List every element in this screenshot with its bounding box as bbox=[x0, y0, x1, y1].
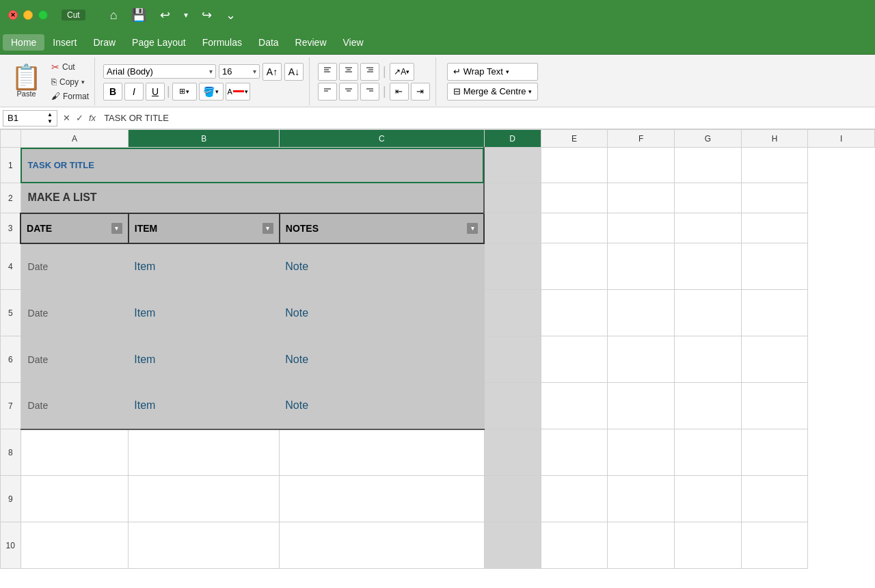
cell-G9[interactable] bbox=[608, 476, 675, 522]
customize-icon[interactable]: ⌄ bbox=[226, 8, 236, 23]
cell-H10[interactable] bbox=[674, 522, 741, 569]
italic-button[interactable]: I bbox=[124, 83, 144, 101]
font-size-select[interactable]: 16 ▾ bbox=[219, 64, 260, 79]
row-header-2[interactable]: 2 bbox=[1, 183, 21, 213]
cell-F5[interactable] bbox=[541, 290, 608, 336]
col-header-I[interactable]: I bbox=[808, 130, 875, 148]
cell-B4[interactable]: Date bbox=[21, 243, 129, 290]
merge-centre-button[interactable]: ⊟ Merge & Centre ▾ bbox=[447, 83, 539, 101]
cell-I1[interactable] bbox=[741, 148, 808, 183]
cell-E3[interactable] bbox=[484, 213, 541, 243]
cell-G3[interactable] bbox=[608, 213, 675, 243]
cancel-formula-button[interactable]: ✕ bbox=[63, 113, 70, 123]
item-dropdown-button[interactable]: ▾ bbox=[262, 223, 273, 234]
undo-icon[interactable]: ↩ bbox=[160, 8, 170, 23]
paste-button[interactable]: 📋 Paste bbox=[5, 62, 47, 101]
row-header-8[interactable]: 8 bbox=[1, 429, 21, 476]
undo-dropdown-icon[interactable]: ▾ bbox=[184, 10, 188, 20]
cell-ref-down[interactable]: ▼ bbox=[47, 118, 53, 125]
cell-C6[interactable]: Item bbox=[129, 336, 280, 383]
col-header-D[interactable]: D bbox=[484, 130, 541, 148]
home-icon[interactable]: ⌂ bbox=[110, 8, 118, 23]
cell-F6[interactable] bbox=[541, 336, 608, 383]
align-left-text-button[interactable] bbox=[318, 83, 337, 101]
cell-D4[interactable]: Note bbox=[280, 243, 484, 290]
cell-E6[interactable] bbox=[484, 336, 541, 383]
row-header-6[interactable]: 6 bbox=[1, 336, 21, 383]
cell-D6[interactable]: Note bbox=[280, 336, 484, 383]
row-header-1[interactable]: 1 bbox=[1, 148, 21, 183]
cell-C10[interactable] bbox=[129, 522, 280, 569]
cell-B5[interactable]: Date bbox=[21, 290, 129, 336]
col-header-G[interactable]: G bbox=[674, 130, 741, 148]
col-header-C[interactable]: C bbox=[280, 130, 484, 148]
row-header-10[interactable]: 10 bbox=[1, 522, 21, 569]
align-right-text-button[interactable] bbox=[360, 83, 379, 101]
cell-F8[interactable] bbox=[541, 429, 608, 476]
cell-D10[interactable] bbox=[280, 522, 484, 569]
cell-G2[interactable] bbox=[608, 183, 675, 213]
menu-review[interactable]: Review bbox=[287, 34, 335, 51]
cell-ref-up[interactable]: ▲ bbox=[47, 111, 53, 118]
menu-formulas[interactable]: Formulas bbox=[194, 34, 250, 51]
cell-D3-notes[interactable]: NOTES ▾ bbox=[280, 213, 484, 243]
cell-H6[interactable] bbox=[674, 336, 741, 383]
underline-button[interactable]: U bbox=[146, 83, 165, 101]
cell-I4[interactable] bbox=[741, 243, 808, 290]
cell-B9[interactable] bbox=[21, 476, 129, 522]
cell-F9[interactable] bbox=[541, 476, 608, 522]
row-header-5[interactable]: 5 bbox=[1, 290, 21, 336]
cell-G7[interactable] bbox=[608, 383, 675, 429]
cell-F4[interactable] bbox=[541, 243, 608, 290]
align-center-text-button[interactable] bbox=[339, 83, 358, 101]
cell-C5[interactable]: Item bbox=[129, 290, 280, 336]
cell-G4[interactable] bbox=[608, 243, 675, 290]
cell-E5[interactable] bbox=[484, 290, 541, 336]
minimize-button[interactable] bbox=[23, 10, 33, 20]
orientation-button[interactable]: ↗A ▾ bbox=[390, 63, 414, 81]
notes-dropdown-button[interactable]: ▾ bbox=[467, 223, 478, 234]
cell-C4[interactable]: Item bbox=[129, 243, 280, 290]
close-button[interactable]: ✕ bbox=[8, 10, 18, 20]
cell-D9[interactable] bbox=[280, 476, 484, 522]
cell-C3-item[interactable]: ITEM ▾ bbox=[129, 213, 280, 243]
cell-E1[interactable] bbox=[484, 148, 541, 183]
copy-button[interactable]: ⎘ Copy ▾ bbox=[49, 75, 92, 88]
cell-H8[interactable] bbox=[674, 429, 741, 476]
col-header-A[interactable]: A bbox=[21, 130, 129, 148]
cell-B8[interactable] bbox=[21, 429, 129, 476]
cell-H9[interactable] bbox=[674, 476, 741, 522]
cell-F10[interactable] bbox=[541, 522, 608, 569]
cell-F3[interactable] bbox=[541, 213, 608, 243]
col-header-E[interactable]: E bbox=[541, 130, 608, 148]
cell-B7[interactable]: Date bbox=[21, 383, 129, 429]
cell-E9[interactable] bbox=[484, 476, 541, 522]
cell-I2[interactable] bbox=[741, 183, 808, 213]
decrease-indent-button[interactable]: ⇤ bbox=[390, 83, 409, 101]
cell-I7[interactable] bbox=[741, 383, 808, 429]
confirm-formula-button[interactable]: ✓ bbox=[76, 113, 83, 123]
cell-F2[interactable] bbox=[541, 183, 608, 213]
align-center-button[interactable] bbox=[339, 63, 358, 81]
cell-E8[interactable] bbox=[484, 429, 541, 476]
row-header-3[interactable]: 3 bbox=[1, 213, 21, 243]
cell-H5[interactable] bbox=[674, 290, 741, 336]
cell-G1[interactable] bbox=[608, 148, 675, 183]
cell-E7[interactable] bbox=[484, 383, 541, 429]
cell-C8[interactable] bbox=[129, 429, 280, 476]
save-icon[interactable]: 💾 bbox=[131, 8, 146, 23]
cell-G5[interactable] bbox=[608, 290, 675, 336]
menu-draw[interactable]: Draw bbox=[85, 34, 124, 51]
cell-B6[interactable]: Date bbox=[21, 336, 129, 383]
cell-G6[interactable] bbox=[608, 336, 675, 383]
font-color-button[interactable]: A ▾ bbox=[226, 83, 250, 101]
cell-I10[interactable] bbox=[741, 522, 808, 569]
menu-view[interactable]: View bbox=[335, 34, 372, 51]
col-header-F[interactable]: F bbox=[608, 130, 675, 148]
cell-B10[interactable] bbox=[21, 522, 129, 569]
row-header-9[interactable]: 9 bbox=[1, 476, 21, 522]
formula-content[interactable]: TASK OR TITLE bbox=[101, 113, 872, 123]
menu-insert[interactable]: Insert bbox=[44, 34, 85, 51]
maximize-button[interactable] bbox=[38, 10, 48, 20]
redo-icon[interactable]: ↪ bbox=[202, 8, 212, 23]
